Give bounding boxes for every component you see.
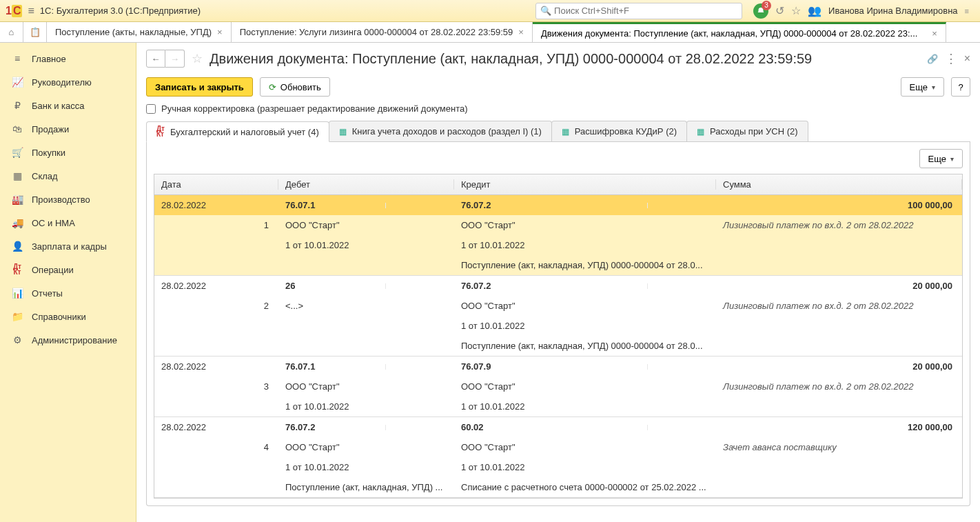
- user-name[interactable]: Иванова Ирина Владимировна: [828, 6, 958, 16]
- search-input[interactable]: [554, 6, 737, 16]
- more-icon[interactable]: ⋮: [945, 51, 957, 66]
- close-icon[interactable]: ×: [217, 27, 223, 37]
- sidebar-item-salary[interactable]: 👤Зарплата и кадры: [0, 234, 136, 258]
- nav-forward-button[interactable]: →: [165, 50, 185, 68]
- more-button[interactable]: Еще: [901, 77, 944, 97]
- home-button[interactable]: ⌂: [0, 22, 23, 42]
- inner-tab-accounting[interactable]: ДтКтБухгалтерский и налоговый учет (4): [146, 121, 329, 142]
- link-icon[interactable]: 🔗: [927, 54, 938, 64]
- cell-credit-acc: 60.02: [454, 419, 647, 435]
- cell-debit-l1: ООО "Старт": [278, 379, 454, 394]
- sidebar-item-production[interactable]: 🏭Производство: [0, 188, 136, 211]
- save-close-button[interactable]: Записать и закрыть: [146, 77, 253, 97]
- inner-tab-label: Книга учета доходов и расходов (раздел I…: [352, 126, 542, 137]
- sidebar-item-main[interactable]: ≡Главное: [0, 47, 136, 70]
- cell-date: 28.02.2022: [154, 419, 278, 435]
- cell-debit-l3: [278, 263, 454, 268]
- sidebar-item-label: Банк и касса: [32, 101, 85, 111]
- users-icon[interactable]: 👥: [808, 4, 821, 17]
- bag-icon: 🛍: [11, 123, 23, 134]
- cell-credit-acc: 76.07.9: [454, 359, 647, 374]
- list-icon: ≡: [11, 53, 23, 64]
- sidebar-item-catalogs[interactable]: 📁Справочники: [0, 305, 136, 328]
- history-icon[interactable]: ↺: [775, 4, 784, 17]
- cell-sum: 20 000,00: [716, 359, 962, 374]
- sidebar-item-assets[interactable]: 🚚ОС и НМА: [0, 211, 136, 234]
- sidebar-item-admin[interactable]: ⚙Администрирование: [0, 328, 136, 352]
- sidebar: ≡Главное 📈Руководителю ₽Банк и касса 🛍Пр…: [0, 43, 136, 522]
- cell-date: 28.02.2022: [154, 359, 278, 374]
- cell-debit-l1: ООО "Старт": [278, 217, 454, 233]
- sidebar-item-label: ОС и НМА: [32, 218, 75, 228]
- cell-date: 28.02.2022: [154, 278, 278, 294]
- cell-debit-acc: 76.07.1: [278, 359, 385, 374]
- sidebar-item-warehouse[interactable]: ▦Склад: [0, 164, 136, 188]
- col-debit[interactable]: Дебет: [278, 179, 454, 190]
- cell-credit-l1: ООО "Старт": [454, 217, 716, 233]
- col-date[interactable]: Дата: [154, 179, 278, 190]
- cell-desc: Лизинговый платеж по вх.д. 2 от 28.02.20…: [716, 298, 962, 314]
- person-icon: 👤: [11, 241, 23, 252]
- col-credit[interactable]: Кредит: [454, 179, 716, 190]
- table-row[interactable]: 28.02.2022 76.07.1 76.07.2 100 000,001 О…: [154, 195, 962, 276]
- close-icon[interactable]: ×: [964, 52, 970, 65]
- cell-num: 3: [154, 379, 278, 394]
- inner-tab-label: Расшифровка КУДиР (2): [575, 126, 677, 137]
- cell-credit-l3: Поступление (акт, накладная, УПД) 0000-0…: [454, 257, 716, 273]
- nav-back-button[interactable]: ←: [146, 50, 165, 68]
- close-icon[interactable]: ×: [518, 27, 524, 37]
- cell-date: 28.02.2022: [154, 197, 278, 213]
- cell-debit-l2: 1 от 10.01.2022: [278, 459, 454, 475]
- pin-button[interactable]: 📋: [23, 22, 47, 42]
- cell-desc: Зачет аванса поставщику: [716, 439, 962, 455]
- inner-tabs: ДтКтБухгалтерский и налоговый учет (4) ▦…: [146, 121, 970, 142]
- dtkt-icon: ДтКт: [156, 126, 165, 137]
- inner-tab-income-book[interactable]: ▦Книга учета доходов и расходов (раздел …: [329, 121, 552, 141]
- search-box[interactable]: 🔍: [535, 3, 742, 19]
- close-icon[interactable]: ×: [932, 28, 937, 39]
- sidebar-item-label: Администрирование: [32, 335, 117, 345]
- sidebar-item-bank[interactable]: ₽Банк и касса: [0, 94, 136, 117]
- tab-0[interactable]: Поступление (акты, накладные, УПД) ×: [47, 22, 232, 42]
- cell-debit-acc: 76.07.2: [278, 419, 385, 435]
- sidebar-item-label: Склад: [32, 171, 58, 181]
- tab-panel: Еще Дата Дебет Кредит Сумма 28.02.2022 7…: [146, 142, 970, 506]
- col-sum[interactable]: Сумма: [716, 179, 962, 190]
- notifications-icon[interactable]: 3: [753, 3, 768, 19]
- cell-debit-l1: ООО "Старт": [278, 439, 454, 455]
- entries-table: Дата Дебет Кредит Сумма 28.02.2022 76.07…: [154, 174, 963, 499]
- folder-icon: 📁: [11, 311, 23, 322]
- content: ← → ☆ Движения документа: Поступление (а…: [136, 43, 980, 522]
- truck-icon: 🚚: [11, 217, 23, 228]
- help-button[interactable]: ?: [951, 77, 970, 97]
- logo-1c: 1C: [6, 5, 22, 17]
- tab-label: Движения документа: Поступление (акт, на…: [541, 28, 926, 39]
- inner-tab-kudir[interactable]: ▦Расшифровка КУДиР (2): [551, 121, 687, 141]
- menu-icon[interactable]: ≡: [28, 5, 34, 17]
- table-row[interactable]: 28.02.2022 26 76.07.2 20 000,002 <...> О…: [154, 276, 962, 357]
- cell-credit-acc: 76.07.2: [454, 197, 647, 213]
- sidebar-item-purchases[interactable]: 🛒Покупки: [0, 141, 136, 164]
- sidebar-item-operations[interactable]: ДтКтОперации: [0, 258, 136, 281]
- favorite-icon[interactable]: ☆: [192, 51, 203, 66]
- sidebar-item-label: Операции: [32, 265, 74, 275]
- sidebar-item-manager[interactable]: 📈Руководителю: [0, 70, 136, 94]
- chart-icon: 📈: [11, 77, 23, 88]
- cell-credit-l1: ООО "Старт": [454, 379, 716, 394]
- table-row[interactable]: 28.02.2022 76.07.2 60.02 120 000,004 ООО…: [154, 417, 962, 498]
- cell-desc: Лизинговый платеж по вх.д. 2 от 28.02.20…: [716, 217, 962, 233]
- tab-2[interactable]: Движения документа: Поступление (акт, на…: [533, 22, 946, 42]
- tab-1[interactable]: Поступление: Услуги лизинга 0000-000004 …: [232, 22, 533, 42]
- dtkt-icon: ДтКт: [11, 264, 23, 275]
- refresh-button[interactable]: ⟳Обновить: [260, 77, 330, 97]
- sidebar-item-reports[interactable]: 📊Отчеты: [0, 281, 136, 305]
- star-icon[interactable]: ☆: [791, 4, 801, 17]
- panel-more-button[interactable]: Еще: [919, 149, 963, 168]
- sidebar-item-label: Покупки: [32, 148, 65, 158]
- inner-tab-usn[interactable]: ▦Расходы при УСН (2): [686, 121, 808, 141]
- sidebar-item-label: Продажи: [32, 124, 69, 134]
- manual-edit-checkbox[interactable]: [146, 104, 156, 114]
- table-row[interactable]: 28.02.2022 76.07.1 76.07.9 20 000,003 ОО…: [154, 357, 962, 417]
- sidebar-item-sales[interactable]: 🛍Продажи: [0, 117, 136, 141]
- tab-label: Поступление: Услуги лизинга 0000-000004 …: [240, 27, 513, 37]
